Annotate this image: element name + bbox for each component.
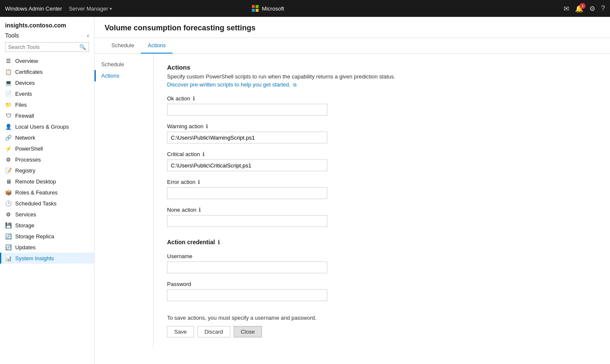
tabs-bar: ScheduleActions bbox=[94, 38, 610, 54]
critical-action-input[interactable] bbox=[167, 159, 327, 171]
server-manager-menu[interactable]: Server Manager ▾ bbox=[69, 5, 112, 12]
sidebar-item-label: Files bbox=[15, 102, 27, 108]
sidebar-item-processes[interactable]: ⚙Processes bbox=[0, 154, 94, 165]
sidebar-item-storage[interactable]: 💾Storage bbox=[0, 220, 94, 231]
content-area: Volume consumption forecasting settings … bbox=[94, 17, 610, 364]
sidebar-item-roles-features[interactable]: 📦Roles & Features bbox=[0, 187, 94, 198]
notification-icon[interactable]: 🔔 1 bbox=[575, 5, 583, 13]
sidebar-header: insights.contoso.com Tools ‹ 🔍 bbox=[0, 17, 94, 55]
username-label: Username bbox=[167, 253, 192, 259]
services-icon: ⚙ bbox=[5, 211, 12, 218]
discard-button[interactable]: Discard bbox=[197, 326, 230, 337]
search-box: 🔍 bbox=[5, 42, 89, 52]
sidebar-item-remote-desktop[interactable]: 🖥Remote Desktop bbox=[0, 176, 94, 187]
warning-action-input[interactable] bbox=[167, 132, 327, 143]
close-button[interactable]: Close bbox=[234, 326, 262, 337]
remote-desktop-icon: 🖥 bbox=[5, 178, 12, 185]
sidebar-item-overview[interactable]: ☰Overview bbox=[0, 55, 94, 66]
tools-label-row: Tools ‹ bbox=[5, 32, 89, 39]
events-icon: 📄 bbox=[5, 90, 12, 97]
server-manager-label: Server Manager bbox=[69, 5, 108, 12]
sidebar-item-label: Firewall bbox=[15, 113, 34, 119]
topbar: Windows Admin Center Server Manager ▾ Mi… bbox=[0, 0, 610, 17]
left-nav: ScheduleActions bbox=[94, 54, 154, 348]
mail-icon[interactable]: ✉ bbox=[564, 5, 569, 13]
tools-label: Tools bbox=[5, 32, 19, 39]
credential-info-icon[interactable]: ℹ bbox=[218, 239, 220, 245]
sidebar-item-label: Storage Replica bbox=[15, 233, 54, 240]
page-title: Volume consumption forecasting settings bbox=[94, 17, 610, 38]
sidebar-item-label: Certificates bbox=[15, 69, 43, 75]
sidebar-item-local-users[interactable]: 👤Local Users & Groups bbox=[0, 121, 94, 132]
sidebar-item-scheduled-tasks[interactable]: 🕐Scheduled Tasks bbox=[0, 198, 94, 209]
username-input[interactable] bbox=[167, 262, 327, 273]
field-warning-action: Warning action ℹ bbox=[167, 123, 597, 143]
password-label: Password bbox=[167, 281, 191, 287]
sidebar-item-label: Updates bbox=[15, 244, 35, 251]
network-icon: 🔗 bbox=[5, 134, 12, 141]
firewall-icon: 🛡 bbox=[5, 112, 12, 119]
field-error-action: Error action ℹ bbox=[167, 179, 597, 199]
system-insights-icon: 📊 bbox=[5, 255, 12, 262]
fields-container: Ok action ℹ Warning action ℹ Critical ac… bbox=[167, 95, 597, 227]
sidebar-item-firewall[interactable]: 🛡Firewall bbox=[0, 110, 94, 121]
error-action-label: Error action bbox=[167, 179, 195, 185]
field-none-action: None action ℹ bbox=[167, 207, 597, 227]
error-action-info-icon[interactable]: ℹ bbox=[198, 179, 200, 185]
sidebar-item-label: Registry bbox=[15, 167, 35, 174]
button-row: Save Discard Close bbox=[167, 326, 597, 337]
files-icon: 📁 bbox=[5, 101, 12, 108]
sidebar-item-updates[interactable]: 🔃Updates bbox=[0, 242, 94, 253]
sidebar-item-files[interactable]: 📁Files bbox=[0, 99, 94, 110]
devices-icon: 💻 bbox=[5, 79, 12, 86]
password-input[interactable] bbox=[167, 289, 327, 301]
processes-icon: ⚙ bbox=[5, 156, 12, 163]
ok-action-info-icon[interactable]: ℹ bbox=[193, 95, 195, 102]
save-notice: To save actions, you must specify a user… bbox=[167, 315, 597, 321]
app-title: Windows Admin Center bbox=[5, 5, 62, 12]
sidebar-item-registry[interactable]: 📝Registry bbox=[0, 165, 94, 176]
sidebar-item-storage-replica[interactable]: 🔄Storage Replica bbox=[0, 231, 94, 242]
sidebar-nav: ☰Overview📋Certificates💻Devices📄Events📁Fi… bbox=[0, 55, 94, 364]
search-icon: 🔍 bbox=[79, 44, 86, 50]
username-field: Username bbox=[167, 253, 597, 273]
roles-features-icon: 📦 bbox=[5, 189, 12, 196]
left-nav-item-actions[interactable]: Actions bbox=[94, 70, 153, 81]
microsoft-logo: Microsoft bbox=[252, 5, 284, 12]
collapse-button[interactable]: ‹ bbox=[87, 32, 89, 39]
sidebar-item-certificates[interactable]: 📋Certificates bbox=[0, 66, 94, 77]
sidebar-item-services[interactable]: ⚙Services bbox=[0, 209, 94, 220]
save-button[interactable]: Save bbox=[167, 326, 194, 337]
left-nav-item-schedule[interactable]: Schedule bbox=[94, 59, 153, 70]
ok-action-input[interactable] bbox=[167, 104, 327, 116]
help-icon[interactable]: ? bbox=[601, 5, 605, 12]
sidebar-item-label: Scheduled Tasks bbox=[15, 200, 57, 207]
discover-scripts-link[interactable]: Discover pre-written scripts to help you… bbox=[167, 81, 297, 88]
sidebar-item-system-insights[interactable]: 📊System Insights bbox=[0, 253, 94, 264]
tab-schedule[interactable]: Schedule bbox=[105, 38, 141, 54]
microsoft-label: Microsoft bbox=[262, 5, 284, 12]
critical-action-info-icon[interactable]: ℹ bbox=[202, 151, 205, 157]
chevron-down-icon: ▾ bbox=[110, 6, 112, 11]
none-action-info-icon[interactable]: ℹ bbox=[199, 207, 201, 213]
storage-replica-icon: 🔄 bbox=[5, 233, 12, 240]
sidebar-item-devices[interactable]: 💻Devices bbox=[0, 77, 94, 88]
tab-actions[interactable]: Actions bbox=[141, 38, 173, 54]
settings-icon[interactable]: ⚙ bbox=[589, 5, 595, 13]
sidebar-item-network[interactable]: 🔗Network bbox=[0, 132, 94, 143]
search-input[interactable] bbox=[8, 44, 79, 50]
warning-action-label: Warning action bbox=[167, 123, 203, 129]
error-action-input[interactable] bbox=[167, 187, 327, 199]
sidebar-item-label: Storage bbox=[15, 222, 35, 229]
topbar-icons: ✉ 🔔 1 ⚙ ? bbox=[564, 5, 605, 13]
sidebar-item-powershell[interactable]: ⚡PowerShell bbox=[0, 143, 94, 154]
form-area: Actions Specify custom PowerShell script… bbox=[154, 54, 610, 348]
warning-action-info-icon[interactable]: ℹ bbox=[206, 123, 208, 129]
sidebar-item-label: Local Users & Groups bbox=[15, 124, 69, 130]
sidebar-item-events[interactable]: 📄Events bbox=[0, 88, 94, 99]
none-action-input[interactable] bbox=[167, 215, 327, 227]
main-content: ScheduleActions Actions Specify custom P… bbox=[94, 54, 610, 348]
password-field: Password bbox=[167, 281, 597, 301]
actions-section-title: Actions bbox=[167, 64, 597, 71]
powershell-icon: ⚡ bbox=[5, 145, 12, 152]
